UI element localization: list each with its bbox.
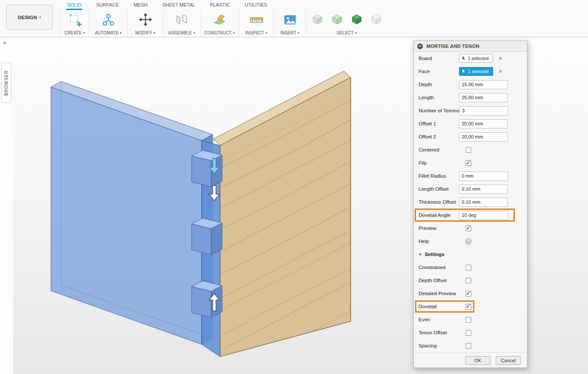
left-board-3d[interactable] [51, 81, 213, 344]
tenon-offset-checkbox[interactable]: ✓ [466, 330, 471, 336]
help-icon[interactable]: ? [465, 238, 472, 245]
clear-board-selection-button[interactable]: × [499, 55, 502, 61]
length-input[interactable] [459, 93, 508, 102]
dialog-row-dovetail-angle: Dovetail Angle [414, 209, 527, 222]
detailed-preview-checkbox[interactable]: ✓ [466, 291, 471, 297]
dialog-body: Board 1 selected × Face 1 selected × [414, 52, 527, 352]
tab-utilities[interactable]: UTILITIES [244, 0, 268, 10]
number-of-tenons-input[interactable] [460, 106, 508, 115]
selection-cursor-icon [462, 56, 466, 61]
tenon-2[interactable] [192, 218, 222, 255]
dovetail-angle-input[interactable] [459, 211, 508, 220]
tab-surface[interactable]: SURFACE [95, 0, 120, 10]
dialog-row-dovetail: Dovetail ✓ [414, 300, 527, 313]
tab-plastic[interactable]: PLASTIC [209, 0, 231, 10]
field-label: Depth [419, 82, 459, 87]
offset-2-input[interactable] [459, 132, 508, 142]
ok-button[interactable]: OK [465, 356, 490, 365]
dialog-grip-icon[interactable] [417, 44, 423, 49]
select-cube-icon-4[interactable] [370, 13, 382, 25]
create-icon [68, 12, 82, 27]
browser-collapsed-tab[interactable]: BROWSER [1, 63, 11, 103]
automate-menu-label[interactable]: AUTOMATE▾ [95, 30, 122, 35]
dialog-row-fillet-radius: Fillet Radius [414, 169, 527, 182]
inspect-menu-label[interactable]: INSPECT▾ [245, 30, 267, 35]
fillet-radius-input[interactable] [459, 172, 508, 181]
dialog-row-board: Board 1 selected × [414, 52, 527, 65]
right-board-3d[interactable] [213, 71, 351, 374]
centered-checkbox[interactable]: ✓ [466, 147, 471, 153]
cancel-button[interactable]: Cancel [496, 356, 521, 365]
field-label: Preview [419, 226, 459, 231]
dropdown-caret-icon: ▾ [83, 31, 85, 35]
length-offset-input[interactable] [459, 185, 508, 194]
tab-mesh[interactable]: MESH [133, 0, 149, 10]
dialog-row-help: Help ? [414, 235, 527, 248]
settings-section-header[interactable]: ▼ Settings [414, 248, 527, 261]
depth-offset-checkbox[interactable]: ✓ [466, 278, 471, 283]
dialog-row-offset-2: Offset 2 [414, 130, 527, 143]
field-label: Dovetail [419, 304, 459, 309]
depth-input[interactable] [459, 80, 508, 89]
toolbar-group-create[interactable]: CREATE▾ [61, 10, 89, 37]
dropdown-caret-icon: ▾ [193, 31, 195, 35]
dialog-title: MORTISE AND TENON [426, 44, 480, 49]
select-cube-icon-3[interactable] [351, 13, 363, 25]
preview-checkbox[interactable]: ✓ [466, 226, 471, 231]
design-workspace-button[interactable]: DESIGN ▾ [6, 5, 53, 30]
insert-icon [283, 12, 297, 27]
face-selection-button[interactable]: 1 selected [459, 67, 493, 76]
modify-icon [138, 12, 153, 27]
check-icon: ✓ [466, 290, 471, 297]
select-cube-icon-2[interactable] [331, 13, 343, 25]
toolbar-group-assemble[interactable]: ASSEMBLE▾ [163, 10, 200, 37]
field-label: Face [419, 69, 459, 74]
dialog-row-depth-offset: Depth Offset ✓ [414, 274, 527, 287]
offset-1-input[interactable] [459, 119, 508, 128]
assemble-menu-label[interactable]: ASSEMBLE▾ [169, 30, 195, 35]
selection-count-label: 1 selected [468, 56, 489, 61]
modify-menu-label[interactable]: MODIFY▾ [135, 30, 155, 35]
check-icon: ✓ [466, 159, 471, 166]
even-checkbox[interactable]: ✓ [466, 317, 471, 323]
select-cube-icon-1[interactable] [311, 13, 324, 25]
dialog-row-depth: Depth [414, 78, 527, 91]
board-selection-button[interactable]: 1 selected [459, 54, 493, 63]
spacing-checkbox[interactable]: ✓ [466, 343, 471, 349]
left-panel-strip: » BROWSER [0, 37, 13, 374]
dialog-row-detailed-preview: Detailed Preview ✓ [414, 287, 527, 300]
constrained-checkbox[interactable]: ✓ [466, 265, 471, 270]
toolbar-group-automate[interactable]: AUTOMATE▾ [89, 10, 128, 37]
insert-menu-label[interactable]: INSERT▾ [280, 30, 300, 35]
dropdown-caret-icon: ▾ [153, 31, 155, 35]
select-menu-label[interactable]: SELECT▾ [337, 30, 357, 35]
dialog-row-offset-1: Offset 1 [414, 117, 527, 130]
field-label: Dovetail Angle [419, 212, 459, 218]
section-label: Settings [425, 252, 524, 257]
toolbar-group-select[interactable]: SELECT▾ [306, 10, 387, 37]
tab-solid[interactable]: SOLID [66, 0, 82, 10]
dialog-row-spacing: Spacing ✓ [414, 339, 527, 352]
design-workspace-label: DESIGN [18, 15, 37, 20]
toolbar-group-insert[interactable]: INSERT▾ [274, 10, 306, 37]
toolbar-group-inspect[interactable]: INSPECT▾ [239, 10, 274, 37]
field-label: Help [419, 239, 459, 244]
clear-face-selection-button[interactable]: × [499, 68, 502, 74]
tab-sheet-metal[interactable]: SHEET METAL [162, 0, 196, 10]
check-icon: ✓ [466, 303, 471, 310]
toolbar-group-construct[interactable]: CONSTRUCT▾ [200, 10, 239, 37]
toolbar-groups: CREATE▾ AUTOMATE▾ MODIFY▾ [60, 10, 387, 37]
create-menu-label[interactable]: CREATE▾ [64, 30, 85, 35]
dialog-row-even: Even ✓ [414, 313, 527, 326]
toolbar-group-modify[interactable]: MODIFY▾ [128, 10, 163, 37]
dialog-row-face: Face 1 selected × [414, 65, 527, 78]
field-label: Fillet Radius [419, 173, 459, 179]
expand-browser-button[interactable]: » [3, 40, 6, 46]
dovetail-checkbox[interactable]: ✓ [466, 304, 471, 310]
construct-menu-label[interactable]: CONSTRUCT▾ [204, 30, 235, 35]
thickness-offset-input[interactable] [459, 198, 508, 207]
dropdown-caret-icon: ▾ [266, 31, 267, 35]
flip-checkbox[interactable]: ✓ [466, 160, 471, 166]
section-expand-triangle-icon: ▼ [419, 253, 422, 256]
dialog-header[interactable]: MORTISE AND TENON [414, 41, 527, 52]
